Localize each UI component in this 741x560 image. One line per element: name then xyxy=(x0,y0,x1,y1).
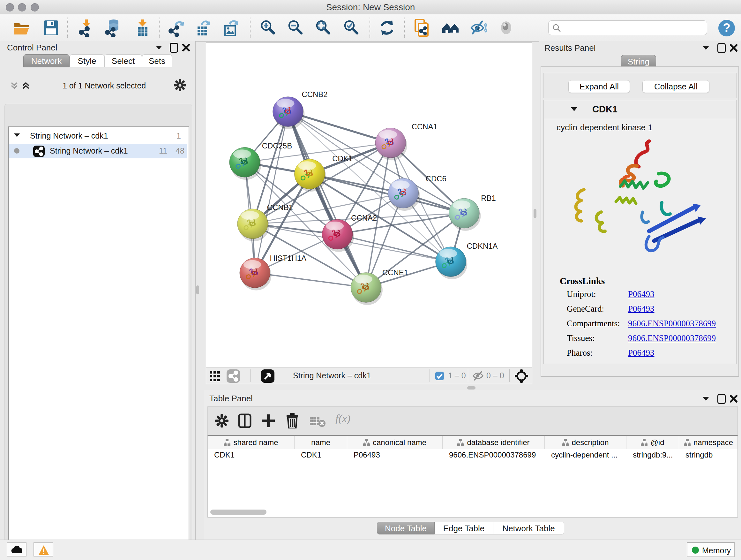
network-options-gear-icon[interactable] xyxy=(174,79,186,91)
column-header-description[interactable]: description xyxy=(545,436,626,449)
grid-view-icon[interactable] xyxy=(209,371,220,381)
expand-all-icon[interactable] xyxy=(21,81,30,90)
memory-button[interactable]: Memory xyxy=(687,542,735,557)
zoom-fit-icon[interactable] xyxy=(314,19,332,37)
selected-checkbox-icon[interactable] xyxy=(435,372,444,380)
delete-table-icon[interactable] xyxy=(309,416,326,427)
show-panel-eye-icon[interactable] xyxy=(497,19,515,37)
network-node-ccna1[interactable] xyxy=(375,128,407,160)
birds-eye-view-icon[interactable] xyxy=(261,369,274,383)
network-node-hist1h1a[interactable] xyxy=(240,258,272,291)
table-panel-close-icon[interactable] xyxy=(730,395,738,403)
protein-card-header[interactable]: CDK1 xyxy=(544,100,736,119)
table-cell[interactable]: 9606.ENSP00000378699 xyxy=(443,449,545,461)
table-cell[interactable]: cyclin-dependent ... xyxy=(545,449,626,461)
table-cell[interactable]: CDK1 xyxy=(294,449,347,461)
column-header-name[interactable]: name xyxy=(294,436,347,449)
network-node-cdc6[interactable] xyxy=(388,178,420,211)
crosslink-value[interactable]: P06493 xyxy=(628,304,655,314)
expand-all-button[interactable]: Expand All xyxy=(568,80,630,93)
network-node-cdkn1a[interactable] xyxy=(435,247,468,279)
network-tree-root-row[interactable]: String Network – cdk1 1 xyxy=(9,130,187,143)
network-node-cdk1[interactable] xyxy=(294,159,326,192)
horizontal-splitter-handle[interactable] xyxy=(467,386,475,389)
import-network-file-icon[interactable] xyxy=(77,19,95,37)
table-cell[interactable]: stringdb xyxy=(679,449,738,461)
results-panel-float-icon[interactable] xyxy=(718,43,726,53)
network-edge[interactable] xyxy=(255,273,366,288)
search-field[interactable] xyxy=(548,20,707,35)
minimize-window-button[interactable] xyxy=(18,3,26,11)
zoom-in-icon[interactable] xyxy=(259,19,277,37)
warning-button[interactable] xyxy=(33,543,53,557)
import-table-icon[interactable] xyxy=(133,19,151,37)
search-input[interactable] xyxy=(563,22,705,34)
save-session-icon[interactable] xyxy=(42,19,60,37)
control-panel-close-icon[interactable] xyxy=(182,44,190,52)
tab-network-table[interactable]: Network Table xyxy=(493,522,564,535)
network-tree-selected-row[interactable]: String Network – cdk1 11 48 xyxy=(9,144,187,159)
tab-style[interactable]: Style xyxy=(70,54,105,67)
table-cell[interactable]: stringdb:9... xyxy=(626,449,679,461)
table-panel-collapse-icon[interactable] xyxy=(703,397,709,401)
add-column-icon[interactable] xyxy=(261,414,275,428)
delete-column-trash-icon[interactable] xyxy=(285,413,300,428)
fit-content-crosshair-icon[interactable] xyxy=(515,369,529,383)
crosslink-value[interactable]: P06493 xyxy=(628,348,655,358)
refresh-icon[interactable] xyxy=(378,19,396,37)
collapse-all-button[interactable]: Collapse All xyxy=(643,80,710,93)
zoom-selected-icon[interactable] xyxy=(342,19,360,37)
network-thumbnail-icon[interactable] xyxy=(226,369,240,383)
tab-string[interactable]: String xyxy=(621,55,656,68)
table-cell[interactable]: CDK1 xyxy=(208,449,294,461)
copy-network-icon[interactable] xyxy=(413,19,431,37)
table-cell[interactable]: P06493 xyxy=(347,449,443,461)
right-splitter-handle[interactable] xyxy=(534,209,536,218)
tab-select[interactable]: Select xyxy=(105,54,142,67)
network-node-cdc25b[interactable] xyxy=(229,147,261,180)
table-panel-float-icon[interactable] xyxy=(718,394,726,404)
import-network-database-icon[interactable] xyxy=(104,19,122,37)
help-icon[interactable]: ? xyxy=(718,19,736,37)
open-session-icon[interactable] xyxy=(13,19,30,37)
tab-edge-table[interactable]: Edge Table xyxy=(434,522,493,535)
export-image-icon[interactable] xyxy=(222,19,240,37)
network-edge[interactable] xyxy=(337,234,451,262)
hide-panel-eye-icon[interactable] xyxy=(469,19,487,37)
table-settings-gear-icon[interactable] xyxy=(215,414,229,428)
column-header-canonical-name[interactable]: canonical name xyxy=(347,436,443,449)
crosslink-value[interactable]: 9606.ENSP00000378699 xyxy=(628,319,716,328)
crosslink-value[interactable]: 9606.ENSP00000378699 xyxy=(628,333,716,343)
protein-collapse-icon[interactable] xyxy=(571,107,577,111)
tab-network[interactable]: Network xyxy=(23,54,70,67)
cloud-button[interactable] xyxy=(7,543,26,557)
column-header-database-identifier[interactable]: database identifier xyxy=(443,436,545,449)
table-horizontal-scrollbar[interactable] xyxy=(210,509,266,515)
results-panel-collapse-icon[interactable] xyxy=(703,46,709,50)
hidden-eye-icon[interactable] xyxy=(472,371,484,381)
network-node-rb1[interactable] xyxy=(449,198,481,231)
network-node-ccne1[interactable] xyxy=(351,273,383,305)
maximize-window-button[interactable] xyxy=(30,3,39,11)
show-columns-icon[interactable] xyxy=(237,413,253,428)
close-window-button[interactable] xyxy=(6,3,14,11)
tab-sets[interactable]: Sets xyxy=(142,54,172,67)
export-table-icon[interactable] xyxy=(194,19,212,37)
column-header--id[interactable]: @id xyxy=(626,436,679,449)
zoom-out-icon[interactable] xyxy=(286,19,305,37)
tab-node-table[interactable]: Node Table xyxy=(377,522,434,535)
collapse-all-icon[interactable] xyxy=(10,81,19,90)
results-panel-close-icon[interactable] xyxy=(730,44,738,52)
column-header-namespace[interactable]: namespace xyxy=(679,436,738,449)
tree-expand-icon[interactable] xyxy=(14,133,20,137)
network-canvas[interactable]: CCNB2CCNA1CDC25BCDK1CDC6RB1CCNB1CCNA2CDK… xyxy=(206,43,532,367)
warning-icon xyxy=(38,545,49,555)
export-network-icon[interactable] xyxy=(167,19,185,37)
control-panel-collapse-icon[interactable] xyxy=(156,46,162,50)
control-panel-float-icon[interactable] xyxy=(170,43,178,53)
crosslink-value[interactable]: P06493 xyxy=(628,289,655,299)
function-builder-icon[interactable]: f(x) xyxy=(335,413,350,425)
left-splitter-handle[interactable] xyxy=(196,286,199,294)
home-icon[interactable] xyxy=(442,19,460,37)
column-header-shared-name[interactable]: shared name xyxy=(208,436,294,449)
